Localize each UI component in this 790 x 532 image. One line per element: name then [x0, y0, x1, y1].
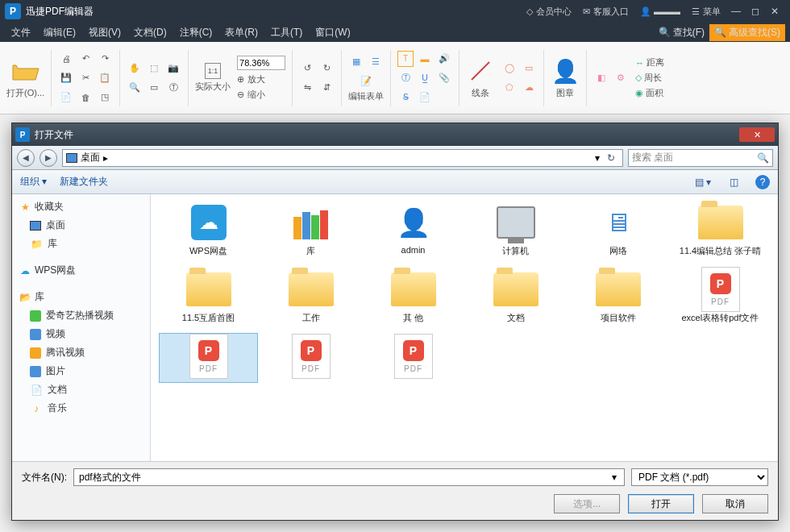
file-item[interactable]: PPDF	[364, 333, 463, 383]
dropdown-icon[interactable]: ▾	[595, 152, 600, 164]
file-item[interactable]: 其 他	[364, 266, 463, 328]
edit-form-button[interactable]: 📝 编辑表单	[348, 73, 384, 102]
select-icon[interactable]: ⬚	[146, 60, 162, 77]
filename-input[interactable]	[73, 468, 625, 486]
polygon-icon[interactable]: ⬠	[501, 80, 518, 96]
stamp-group[interactable]: 👤 图章	[551, 56, 580, 99]
minimize-button[interactable]: —	[730, 6, 742, 17]
undo-icon[interactable]: ↶	[77, 51, 94, 67]
file-item[interactable]: PPDF	[159, 333, 258, 383]
library-header[interactable]: 📂库	[12, 288, 150, 306]
view-mode-button[interactable]: ▤ ▾	[694, 173, 712, 191]
user-profile[interactable]: 👤 ▬▬▬	[640, 6, 680, 17]
file-item[interactable]: 工作	[261, 266, 360, 328]
member-link[interactable]: ◇ 会员中心	[526, 6, 572, 18]
flip-v-icon[interactable]: ⇵	[318, 80, 335, 96]
zoom-input[interactable]	[237, 56, 285, 70]
strike-icon[interactable]: S̶	[397, 89, 414, 106]
filetype-select[interactable]: PDF 文档 (*.pdf)	[631, 468, 768, 486]
copy-icon[interactable]: 📋	[97, 70, 113, 86]
new-folder-button[interactable]: 新建文件夹	[60, 175, 108, 189]
perimeter-button[interactable]: ◇周长	[635, 72, 664, 84]
file-item[interactable]: 🖥网络	[568, 199, 667, 261]
rotate-right-icon[interactable]: ↻	[318, 60, 335, 77]
nav-desktop[interactable]: 桌面	[12, 216, 150, 235]
flip-h-icon[interactable]: ⇋	[299, 80, 315, 96]
support-link[interactable]: ✉ 客服入口	[583, 6, 629, 18]
ellipse-icon[interactable]: ◯	[501, 60, 518, 77]
gear-icon[interactable]: ⚙	[613, 70, 629, 86]
dialog-close-button[interactable]: ✕	[739, 127, 775, 142]
text-box-icon[interactable]: Ⓣ	[397, 70, 414, 86]
filename-dropdown-icon[interactable]: ▾	[612, 472, 617, 483]
cloud-shape-icon[interactable]: ☁	[521, 80, 537, 96]
file-item[interactable]: 11.4编辑总结 张子晴	[671, 199, 770, 261]
nav-documents[interactable]: 📄文档	[12, 380, 150, 399]
nav-video[interactable]: 视频	[12, 325, 150, 343]
zoom-out-button[interactable]: ⊖缩小	[237, 89, 285, 101]
area-button[interactable]: ◉面积	[635, 87, 664, 99]
menu-item[interactable]: 文件	[5, 23, 37, 42]
file-item[interactable]: 计算机	[466, 199, 565, 261]
file-item[interactable]: 项目软件	[568, 266, 667, 328]
file-item[interactable]: 11.5互盾首图	[159, 266, 258, 328]
text-select-icon[interactable]: Ⓣ	[165, 80, 181, 96]
nav-tencent[interactable]: 腾讯视频	[12, 343, 150, 362]
file-item[interactable]: 库	[261, 199, 360, 261]
nav-library-fav[interactable]: 📁库	[12, 235, 150, 253]
nav-iqiyi[interactable]: 爱奇艺热播视频	[12, 306, 150, 325]
refresh-icon[interactable]: ↻	[603, 152, 619, 164]
file-item[interactable]: 文档	[466, 266, 565, 328]
favorites-header[interactable]: ★收藏夹	[12, 197, 150, 216]
help-icon[interactable]: ?	[755, 175, 770, 189]
maximize-button[interactable]: ◻	[750, 6, 761, 17]
file-item[interactable]: ☁WPS网盘	[159, 199, 258, 261]
menu-item[interactable]: 编辑(E)	[37, 23, 82, 42]
options-button[interactable]: 选项...	[554, 494, 620, 513]
find-button[interactable]: 🔍 查找(F)	[654, 24, 709, 41]
open-button[interactable]: 打开	[628, 494, 694, 513]
real-size-button[interactable]: 1:1 实际大小	[195, 63, 231, 93]
menu-item[interactable]: 视图(V)	[82, 23, 127, 42]
file-item[interactable]: 👤admin	[364, 199, 463, 261]
file-item[interactable]: PPDFexcel表格转pdf文件	[671, 266, 770, 328]
text-tool-icon[interactable]: T	[397, 51, 414, 67]
rotate-left-icon[interactable]: ↺	[299, 60, 315, 77]
menu-item[interactable]: 注释(C)	[173, 23, 219, 42]
clipboard-icon[interactable]: 📄	[58, 89, 74, 106]
rect-icon[interactable]: ▭	[521, 60, 537, 77]
preview-pane-button[interactable]: ◫	[725, 173, 742, 191]
distance-button[interactable]: ↔距离	[635, 56, 664, 69]
zoom-in-button[interactable]: ⊕放大	[237, 73, 285, 85]
open-group[interactable]: 打开(O)...	[6, 56, 44, 99]
advanced-find-button[interactable]: 🔍 高级查找(S)	[709, 24, 785, 41]
attach-icon[interactable]: 📎	[436, 70, 452, 86]
file-item[interactable]: PPDF	[261, 333, 360, 383]
highlight-icon[interactable]: ▬	[417, 51, 433, 67]
print-icon[interactable]: 🖨	[58, 51, 74, 67]
nav-pictures[interactable]: 图片	[12, 362, 150, 380]
menu-item[interactable]: 窗口(W)	[309, 23, 356, 42]
menu-item[interactable]: 表单(R)	[218, 23, 264, 42]
lines-group[interactable]: 线条	[466, 56, 495, 99]
delete-icon[interactable]: 🗑	[77, 89, 94, 106]
note-icon[interactable]: 📄	[417, 89, 433, 106]
speaker-icon[interactable]: 🔊	[436, 51, 452, 67]
close-button[interactable]: ✕	[769, 6, 780, 17]
search-input[interactable]: 搜索 桌面 🔍	[628, 149, 773, 167]
hand-icon[interactable]: ✋	[127, 60, 143, 77]
organize-button[interactable]: 组织 ▾	[20, 175, 47, 189]
marquee-icon[interactable]: ▭	[146, 80, 162, 96]
camera-icon[interactable]: 📷	[165, 60, 181, 77]
underline-icon[interactable]: U̲	[417, 70, 433, 86]
crop-icon[interactable]: ◳	[97, 89, 113, 106]
nav-music[interactable]: ♪音乐	[12, 399, 150, 418]
zoom-icon[interactable]: 🔍	[127, 80, 143, 96]
form-list-icon[interactable]: ☰	[368, 53, 384, 69]
menu-item[interactable]: 工具(T)	[264, 23, 309, 42]
wps-drive[interactable]: ☁WPS网盘	[12, 261, 150, 280]
cancel-button[interactable]: 取消	[702, 494, 768, 513]
redo-icon[interactable]: ↷	[97, 51, 113, 67]
menu-link[interactable]: ☰ 菜单	[692, 6, 721, 18]
eraser-icon[interactable]: ◧	[593, 70, 609, 86]
